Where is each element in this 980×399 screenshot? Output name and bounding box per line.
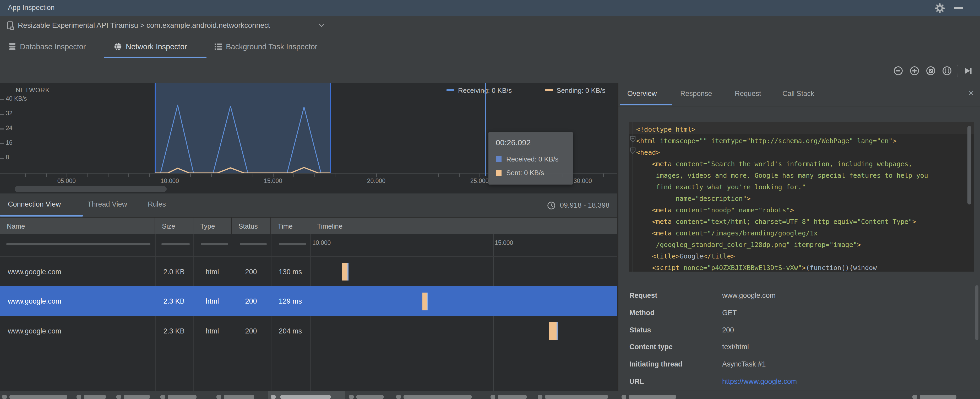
clock-icon: [547, 201, 556, 209]
legend-item: Sending: 0 KB/s: [545, 86, 605, 94]
bottom-bar-item[interactable]: [920, 395, 956, 399]
x-tick: [273, 174, 274, 177]
bottom-bar-item-icon[interactable]: [161, 395, 165, 399]
field-label: Content type: [629, 343, 722, 351]
bottom-bar-item-icon[interactable]: [2, 395, 7, 399]
bottom-bar-item-icon[interactable]: [912, 395, 917, 399]
close-icon[interactable]: ×: [969, 88, 974, 99]
title-bar: App Inspection: [0, 0, 980, 17]
x-tick: [397, 174, 398, 177]
tab-database-inspector[interactable]: Database Inspector: [8, 35, 86, 58]
bottom-bar-item[interactable]: [224, 395, 254, 399]
tab-background-task-inspector[interactable]: Background Task Inspector: [214, 35, 317, 58]
y-tick-label: 8: [6, 154, 9, 160]
bottom-bar-item[interactable]: [168, 395, 197, 399]
table-row[interactable]: www.google.com2.0 KBhtml200130 ms: [0, 257, 617, 286]
skip-to-end-icon[interactable]: [963, 66, 973, 75]
tab-thread-view[interactable]: Thread View: [88, 193, 127, 215]
column-drag-handle[interactable]: [279, 243, 306, 245]
bottom-bar-item-icon[interactable]: [396, 395, 401, 399]
bottom-bar-item-icon[interactable]: [116, 395, 121, 399]
tab-call-stack[interactable]: Call Stack: [783, 83, 815, 104]
x-tick: [191, 174, 191, 177]
zoom-out-icon[interactable]: [894, 66, 903, 75]
fold-marker-icon[interactable]: [630, 147, 636, 154]
active-tab-underline: [620, 104, 672, 105]
zoom-to-selection-icon[interactable]: [942, 66, 952, 75]
x-tick: [356, 174, 356, 177]
bottom-bar-item-icon[interactable]: [538, 395, 542, 399]
tab-response[interactable]: Response: [680, 83, 712, 104]
tab-rules[interactable]: Rules: [148, 193, 166, 215]
panel-scrollbar[interactable]: [975, 285, 978, 340]
x-tick: [67, 174, 67, 177]
cell-name: www.google.com: [8, 257, 150, 286]
x-tick: [149, 174, 150, 177]
tab-connection-view[interactable]: Connection View: [8, 193, 61, 215]
bottom-bar-item[interactable]: [404, 395, 472, 399]
x-tick: [294, 174, 294, 177]
tab-label: Database Inspector: [20, 42, 86, 51]
bottom-bar-item[interactable]: [356, 395, 383, 399]
code-fold-gutter: [633, 121, 633, 271]
fold-marker-icon[interactable]: [630, 136, 636, 143]
cell-name: www.google.com: [8, 286, 150, 316]
gear-icon[interactable]: [935, 3, 945, 13]
bottom-bar-item-icon[interactable]: [216, 395, 221, 399]
code-line: <title>Google</title>: [636, 251, 735, 262]
zoom-in-icon[interactable]: [910, 66, 919, 75]
url-link[interactable]: https://www.google.com: [722, 378, 797, 385]
details-tab-bar: Overview Response Request Call Stack ×: [618, 83, 980, 107]
field-row-url: URLhttps://www.google.com: [629, 373, 970, 390]
bottom-bar-item-icon[interactable]: [622, 395, 626, 399]
column-header-status[interactable]: Status: [232, 218, 271, 235]
column-drag-handle[interactable]: [201, 243, 228, 245]
minimize-icon[interactable]: [954, 7, 963, 9]
tab-overview[interactable]: Overview: [627, 83, 657, 104]
bottom-bar-item[interactable]: [10, 395, 67, 399]
bottom-bar-item[interactable]: [629, 395, 676, 399]
bottom-bar-item[interactable]: [84, 395, 106, 399]
column-header-timeline[interactable]: Timeline: [310, 218, 617, 235]
clipped-icon: [271, 395, 276, 399]
bottom-bar-item-icon[interactable]: [490, 395, 495, 399]
table-row[interactable]: www.google.com2.3 KBhtml200204 ms: [0, 316, 617, 346]
column-header-size[interactable]: Size: [155, 218, 193, 235]
column-header-time[interactable]: Time: [271, 218, 310, 235]
response-preview-code[interactable]: <!doctype html><html itemscope="" itemty…: [629, 121, 974, 271]
code-line: name="description">: [636, 193, 751, 204]
reset-zoom-icon[interactable]: [926, 66, 935, 75]
x-tick: [5, 174, 5, 177]
column-header-name[interactable]: Name: [0, 218, 155, 235]
column-drag-handle[interactable]: [161, 243, 190, 245]
y-tick: [0, 99, 4, 100]
tab-request[interactable]: Request: [735, 83, 761, 104]
x-tick: [170, 174, 170, 177]
code-scrollbar[interactable]: [967, 126, 971, 204]
list-icon: [214, 43, 222, 50]
process-selector-bar[interactable]: Resizable Experimental API Tiramisu > co…: [0, 16, 980, 35]
table-row[interactable]: www.google.com2.3 KBhtml200129 ms: [0, 286, 617, 316]
bottom-bar-item[interactable]: [545, 395, 608, 399]
y-tick: [0, 114, 4, 115]
column-drag-handle[interactable]: [240, 243, 267, 245]
bottom-bar-item[interactable]: [124, 395, 150, 399]
column-drag-handle[interactable]: [6, 243, 150, 245]
cell-type: html: [193, 257, 231, 286]
bottom-tool-window-bar: [0, 391, 980, 399]
column-header-type[interactable]: Type: [193, 218, 232, 235]
chart-horizontal-scrollbar[interactable]: [15, 186, 167, 192]
tab-network-inspector[interactable]: Network Inspector: [114, 35, 187, 58]
globe-icon: [114, 42, 122, 51]
x-tick: [335, 174, 336, 177]
selection-region[interactable]: [155, 83, 331, 173]
chevron-down-icon[interactable]: [319, 24, 325, 27]
bottom-bar-item-icon[interactable]: [76, 395, 81, 399]
app-inspection-window: App Inspection Resizable Experimental AP…: [0, 0, 980, 399]
bottom-bar-item-icon[interactable]: [349, 395, 354, 399]
bottom-bar-item[interactable]: [498, 395, 527, 399]
selected-time-range: 09.918 - 18.398: [547, 193, 609, 217]
bottom-bar-active-item[interactable]: [268, 391, 345, 399]
tab-label: Network Inspector: [126, 42, 187, 51]
cell-size: 2.3 KB: [155, 316, 193, 346]
